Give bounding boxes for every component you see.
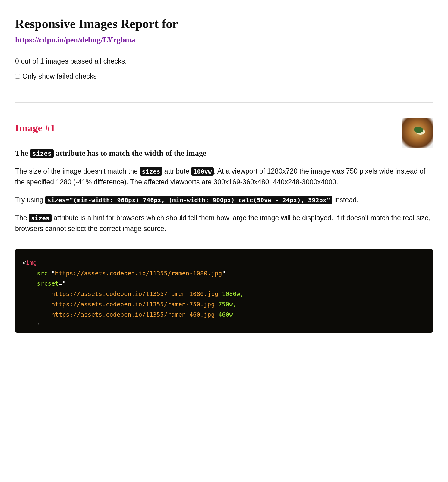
tok-eq2: =: [58, 280, 62, 287]
code-chip-sizes: sizes: [30, 149, 54, 158]
divider: [15, 102, 433, 103]
tok-srcset-w-1: 1080w,: [218, 290, 244, 297]
tok-angle-open: <: [22, 259, 26, 266]
tok-attr-srcset: srcset: [37, 280, 58, 287]
report-url-link[interactable]: https://cdpn.io/pen/debug/LYrgbma: [15, 35, 135, 45]
code-chip-100vw: 100vw: [191, 167, 214, 176]
tok-tag-img: img: [26, 259, 37, 266]
para3-pre: The: [15, 214, 29, 222]
tok-q: ": [51, 270, 55, 277]
para2-post: instead.: [332, 196, 358, 204]
image-thumbnail: [402, 118, 433, 148]
para2-pre: Try using: [15, 196, 45, 204]
code-chip-sizes-2: sizes: [140, 167, 162, 176]
only-failed-checkbox[interactable]: [15, 74, 20, 79]
tok-srcset-url-3: https://assets.codepen.io/11355/ramen-46…: [51, 311, 215, 318]
check-title: The sizes attribute has to match the wid…: [15, 148, 433, 159]
code-block: <img src="https://assets.codepen.io/1135…: [15, 249, 433, 333]
code-chip-sizes-3: sizes: [29, 214, 52, 222]
para3-post: attribute is a hint for browsers which s…: [15, 214, 431, 233]
tok-q2: ": [222, 270, 226, 277]
para1-mid: attribute: [162, 167, 191, 175]
tok-srcset-w-2: 750w,: [215, 301, 236, 308]
tok-src-url: https://assets.codepen.io/11355/ramen-10…: [55, 270, 222, 277]
summary-text: 0 out of 1 images passed all checks.: [15, 56, 433, 66]
check-para-2: Try using sizes="(min-width: 960px) 746p…: [15, 195, 433, 205]
tok-eq: =: [48, 270, 51, 277]
tok-srcset-url-2: https://assets.codepen.io/11355/ramen-75…: [51, 301, 215, 308]
check-title-post: attribute has to match the width of the …: [54, 149, 206, 158]
tok-q4: ": [37, 321, 40, 329]
tok-srcset-url-1: https://assets.codepen.io/11355/ramen-10…: [51, 290, 218, 297]
filter-row: Only show failed checks: [15, 71, 433, 81]
check-para-1: The size of the image doesn't match the …: [15, 166, 433, 187]
check-title-pre: The: [15, 149, 30, 158]
image-header-row: Image #1: [15, 118, 433, 148]
tok-attr-src: src: [37, 270, 48, 277]
image-heading: Image #1: [15, 121, 55, 135]
para1-pre: The size of the image doesn't match the: [15, 167, 140, 175]
tok-q3: ": [62, 280, 66, 287]
code-chip-suggested-sizes: sizes="(min-width: 960px) 746px, (min-wi…: [45, 196, 332, 204]
only-failed-label[interactable]: Only show failed checks: [22, 71, 97, 81]
check-para-3: The sizes attribute is a hint for browse…: [15, 213, 433, 234]
page-title: Responsive Images Report for: [15, 15, 433, 33]
tok-srcset-w-3: 460w: [215, 311, 233, 318]
